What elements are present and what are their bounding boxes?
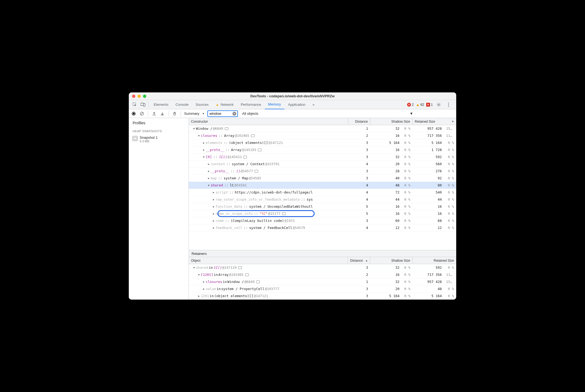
distance-cell: 4	[348, 190, 370, 194]
disclosure-triangle-icon[interactable]: ▶	[202, 281, 205, 283]
table-row[interactable]: ▶ raw_outer_scope_info_or_feedback_metad…	[189, 196, 456, 203]
retained-pct-cell: 0 %	[444, 287, 456, 291]
disclosure-triangle-icon[interactable]: ▶	[202, 141, 205, 144]
retainers-rows[interactable]: ▼ shared in lC() @147119 3 32 0 % 592 0 …	[189, 264, 456, 300]
col-constructor[interactable]: Constructor	[189, 118, 348, 125]
table-row[interactable]: ▶ 1201 in (object elements)[] @147121 3 …	[189, 293, 456, 300]
device-toolbar-icon[interactable]	[139, 101, 147, 108]
disclosure-triangle-icon[interactable]: ▶	[212, 212, 215, 215]
tab-application[interactable]: Application	[285, 100, 309, 109]
disclosure-triangle-icon[interactable]: ▶	[207, 170, 210, 173]
disclosure-triangle-icon[interactable]: ▶	[212, 227, 215, 229]
issues-badge[interactable]: ✕1	[426, 103, 433, 107]
table-row[interactable]: ▶ value in system / PropertyCell @103777…	[189, 285, 456, 293]
clear-filter-icon[interactable]: ✕	[232, 112, 236, 116]
tab-performance[interactable]: Performance	[237, 100, 264, 109]
table-row[interactable]: ▶ __proto__ :: Array @145193 3 16 0 % 1 …	[189, 146, 456, 153]
more-menu-icon[interactable]	[445, 101, 452, 108]
distance-cell: 1	[348, 280, 370, 284]
distance-cell: 1	[348, 126, 370, 131]
gc-icon[interactable]	[172, 111, 177, 116]
shallow-pct-cell: 0 %	[402, 219, 413, 223]
record-icon[interactable]	[131, 111, 136, 116]
shallow-size-cell: 32	[370, 126, 402, 131]
table-row[interactable]: ▶ feedback_cell :: system / FeedbackCell…	[189, 224, 456, 231]
disclosure-triangle-icon[interactable]: ▶	[212, 198, 215, 201]
table-row[interactable]: ▶ code :: (CompileLazy builtin code) @19…	[189, 217, 456, 224]
object-link-icon[interactable]	[282, 212, 286, 215]
table-row[interactable]: ▼ shared in lC() @147119 3 32 0 % 592 0 …	[189, 264, 456, 271]
table-row[interactable]: ▶ name_or_scope_info :: "lC" @15177 5 16…	[189, 210, 456, 217]
disclosure-triangle-icon[interactable]: ▼	[193, 266, 195, 269]
chevron-down-icon[interactable]: ▼	[410, 111, 413, 116]
col-shallow-size[interactable]: Shallow Size	[370, 118, 413, 125]
table-row[interactable]: ▶ __proto__ :: () @54577 3 28 0 % 276 0 …	[189, 168, 456, 175]
settings-icon[interactable]	[435, 101, 443, 108]
object-link-icon[interactable]	[243, 156, 247, 158]
object-link-icon[interactable]	[225, 127, 228, 130]
object-link-icon[interactable]	[251, 134, 255, 137]
tab-network[interactable]: ▲Network	[213, 100, 237, 109]
snapshot-item[interactable]: Snapshot 1 6.3 MB	[129, 134, 189, 144]
disclosure-triangle-icon[interactable]: ▼	[202, 156, 205, 158]
filter-field[interactable]	[210, 111, 231, 116]
class-filter-input[interactable]: ✕	[207, 110, 238, 117]
col-shallow-2[interactable]: Shallow Size	[370, 257, 413, 264]
table-row[interactable]: ▼ closures :: Array @102465 2 16 0 % 717…	[189, 132, 456, 139]
objects-filter-dropdown[interactable]: All objects	[242, 111, 258, 116]
table-row[interactable]: ▼ shared :: lC @54581 4 48 0 % 80 0 %	[189, 182, 456, 189]
shallow-pct-cell: 0 %	[402, 148, 413, 152]
tab-memory[interactable]: Memory	[265, 100, 284, 109]
save-icon[interactable]	[160, 111, 165, 116]
disclosure-triangle-icon[interactable]: ▶	[198, 295, 200, 297]
disclosure-triangle-icon[interactable]: ▼	[193, 127, 195, 130]
table-row[interactable]: ▶ elements :: (object elements)[] @14712…	[189, 139, 456, 146]
table-row[interactable]: ▼ [1201] in Array @102465 2 16 0 % 717 3…	[189, 271, 456, 278]
table-row[interactable]: ▼ [0] :: lC() @145421 3 32 0 % 592 0 %	[189, 153, 456, 161]
errors-badge[interactable]: ✕2	[407, 103, 414, 107]
retained-pct-cell: 0 %	[444, 197, 456, 201]
disclosure-triangle-icon[interactable]: ▶	[212, 219, 215, 222]
disclosure-triangle-icon[interactable]: ▶	[202, 288, 205, 290]
retained-size-cell: 1 728	[413, 148, 444, 152]
object-link-icon[interactable]	[256, 281, 260, 283]
disclosure-triangle-icon[interactable]: ▶	[207, 163, 210, 165]
tabs-overflow[interactable]: »	[309, 100, 318, 109]
object-link-icon[interactable]	[245, 273, 249, 276]
table-row[interactable]: ▶ map :: system / Map @54585 3 40 0 % 92…	[189, 175, 456, 182]
disclosure-triangle-icon[interactable]: ▼	[198, 273, 200, 276]
col-retained-size[interactable]: Retained Size▼	[413, 118, 456, 125]
retained-size-cell: 560	[413, 162, 444, 166]
disclosure-triangle-icon[interactable]: ▶	[202, 149, 205, 151]
disclosure-triangle-icon[interactable]: ▶	[207, 177, 210, 180]
col-object[interactable]: Object	[189, 257, 348, 264]
disclosure-triangle-icon[interactable]: ▼	[198, 134, 200, 137]
view-mode-dropdown[interactable]: Summary▼	[184, 111, 205, 116]
table-row[interactable]: ▶ function_data :: system / UncompiledDa…	[189, 203, 456, 210]
object-link-icon[interactable]	[258, 149, 261, 151]
constructor-rows[interactable]: ▼ Window / @6849 1 32 0 % 957 428 15 % ▼…	[189, 125, 456, 250]
shallow-pct-cell: 0 %	[402, 226, 413, 230]
object-link-icon[interactable]	[238, 266, 242, 269]
load-icon[interactable]	[151, 111, 157, 116]
warnings-badge[interactable]: ▲62	[416, 102, 424, 107]
table-row[interactable]: ▼ Window / @6849 1 32 0 % 957 428 15 %	[189, 125, 456, 132]
clear-icon[interactable]	[139, 111, 145, 116]
col-retained-2[interactable]: Retained Size	[413, 257, 456, 264]
disclosure-triangle-icon[interactable]: ▼	[207, 184, 210, 187]
shallow-pct-cell: 0 %	[402, 266, 413, 270]
disclosure-triangle-icon[interactable]: ▶	[212, 191, 215, 194]
table-row[interactable]: ▶ context :: system / Context @153701 4 …	[189, 161, 456, 168]
table-row[interactable]: ▶ script :: https://cdpn.io/web-dot-dev/…	[189, 189, 456, 196]
col-distance-2[interactable]: Distance▲	[348, 257, 370, 264]
distance-cell: 3	[348, 176, 370, 180]
disclosure-triangle-icon[interactable]: ▶	[212, 205, 215, 208]
shallow-size-cell: 20	[370, 287, 402, 291]
tab-elements[interactable]: Elements	[150, 100, 172, 109]
col-distance[interactable]: Distance	[348, 118, 370, 125]
tab-console[interactable]: Console	[172, 100, 192, 109]
tab-sources[interactable]: Sources	[192, 100, 212, 109]
inspect-element-icon[interactable]	[131, 101, 139, 108]
table-row[interactable]: ▶ closures in Window / @6849 1 32 0 % 95…	[189, 278, 456, 285]
object-link-icon[interactable]	[255, 170, 258, 173]
